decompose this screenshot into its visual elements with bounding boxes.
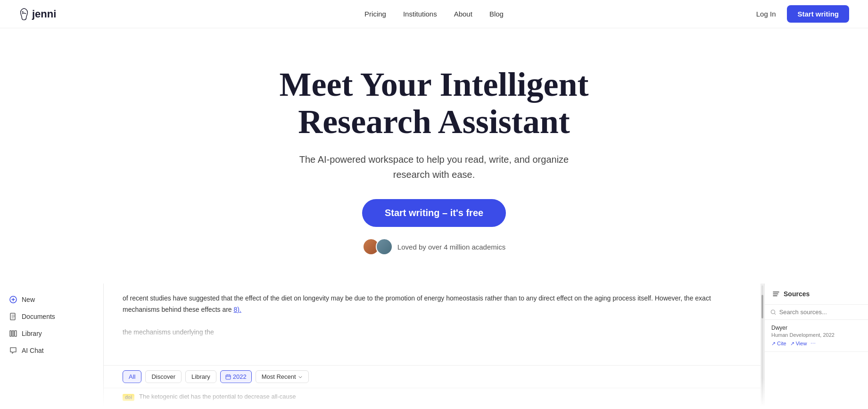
sidebar-item-label: Documents <box>22 313 55 320</box>
logo-icon <box>19 8 29 20</box>
editor-content: of recent studies have suggested that th… <box>104 284 761 365</box>
editor-text: of recent studies have suggested that th… <box>123 293 742 338</box>
sources-title: Sources <box>784 290 810 298</box>
plus-icon <box>9 296 17 303</box>
sidebar-item-label: Library <box>22 330 42 337</box>
source-ref-journal: Human Development, 2022 <box>771 332 861 338</box>
filter-bar: All Discover Library 2022 Most Recent <box>104 365 761 388</box>
source-ref-name: Dwyer <box>771 325 861 331</box>
source-ref-item: Dwyer Human Development, 2022 ↗ Cite ↗ V… <box>765 320 868 352</box>
navbar-right: Log In Start writing <box>756 5 849 23</box>
doi-badge: doi <box>123 394 134 401</box>
sidebar-item-aichat[interactable]: AI Chat <box>0 342 103 359</box>
sidebar-item-label: New <box>22 296 35 303</box>
app-preview: New Documents Library AI Chat <box>0 284 868 406</box>
chat-icon <box>9 347 17 354</box>
navbar: jenni Pricing Institutions About Blog Lo… <box>0 0 868 28</box>
source-ref-actions: ↗ Cite ↗ View ⋯ <box>771 341 861 347</box>
sources-search <box>765 305 868 320</box>
editor-main: of recent studies have suggested that th… <box>104 284 761 406</box>
sources-icon <box>772 290 780 298</box>
svg-rect-3 <box>10 331 11 336</box>
nav-links: Pricing Institutions About Blog <box>364 10 504 18</box>
scrollbar-thumb[interactable] <box>761 295 763 318</box>
sidebar-item-library[interactable]: Library <box>0 325 103 342</box>
view-action[interactable]: ↗ View <box>790 341 807 347</box>
filter-all[interactable]: All <box>123 370 141 383</box>
source-item: doi The ketogenic diet has the potential… <box>104 388 761 406</box>
editor-link[interactable]: 8). <box>234 306 241 313</box>
svg-rect-6 <box>226 375 231 379</box>
social-proof-text: Loved by over 4 million academics <box>397 243 505 251</box>
sources-header: Sources <box>765 284 868 305</box>
hero-section: Meet Your Intelligent Research Assistant… <box>0 28 868 274</box>
filter-sort[interactable]: Most Recent <box>256 370 309 383</box>
nav-blog[interactable]: Blog <box>489 10 504 18</box>
filter-library[interactable]: Library <box>185 370 216 383</box>
filter-year[interactable]: 2022 <box>220 370 252 383</box>
logo[interactable]: jenni <box>19 8 56 20</box>
social-proof: Loved by over 4 million academics <box>363 238 505 255</box>
doc-icon <box>9 313 17 320</box>
right-panel: Sources Dwyer Human Development, 2022 ↗ … <box>764 284 868 406</box>
login-link[interactable]: Log In <box>756 10 776 18</box>
more-action[interactable]: ⋯ <box>810 341 816 347</box>
logo-text: jenni <box>32 8 56 20</box>
library-icon <box>9 330 17 337</box>
svg-rect-4 <box>12 331 14 336</box>
scrollbar-track <box>761 285 763 404</box>
sources-search-input[interactable] <box>779 309 862 316</box>
avatar <box>376 238 393 255</box>
avatar-group <box>363 238 393 255</box>
nav-institutions[interactable]: Institutions <box>403 10 437 18</box>
search-icon <box>770 309 777 316</box>
nav-about[interactable]: About <box>454 10 472 18</box>
hero-subtitle: The AI-powered workspace to help you rea… <box>293 152 576 182</box>
cite-action[interactable]: ↗ Cite <box>771 341 786 347</box>
sidebar-item-new[interactable]: New <box>0 291 103 308</box>
editor-scrollbar <box>761 284 764 406</box>
svg-rect-5 <box>15 331 17 336</box>
hero-cta-button[interactable]: Start writing – it's free <box>362 199 506 227</box>
source-title: The ketogenic diet has the potential to … <box>139 393 296 400</box>
sidebar-item-label: AI Chat <box>22 347 44 354</box>
nav-start-writing-button[interactable]: Start writing <box>787 5 849 23</box>
hero-title: Meet Your Intelligent Research Assistant <box>280 66 589 141</box>
svg-point-0 <box>22 11 24 12</box>
filter-discover[interactable]: Discover <box>145 370 182 383</box>
sidebar: New Documents Library AI Chat <box>0 284 104 406</box>
sidebar-item-documents[interactable]: Documents <box>0 308 103 325</box>
nav-pricing[interactable]: Pricing <box>364 10 386 18</box>
